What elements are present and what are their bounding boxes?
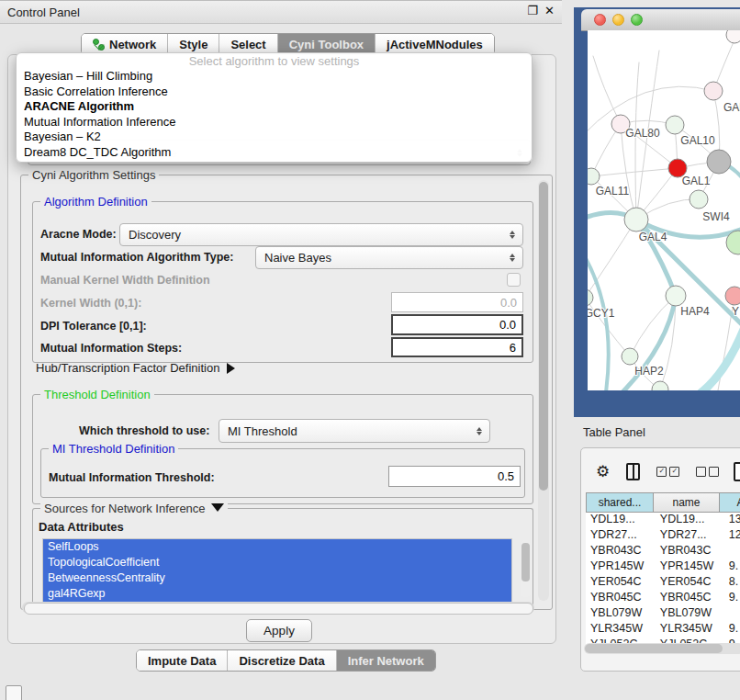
network-node[interactable] [666, 286, 686, 306]
table-cell: YBR043C [656, 544, 724, 559]
scrollbar-thumb[interactable] [24, 603, 533, 615]
hub-definition-expander[interactable]: Hub/Transcription Factor Definition [36, 361, 235, 375]
algorithm-option[interactable]: Dream8 DC_TDC Algorithm [17, 145, 532, 161]
mi-algorithm-type-select[interactable]: Naive Bayes [255, 246, 523, 269]
sources-group: Sources for Network Inference Data Attri… [32, 508, 533, 608]
which-threshold-select[interactable]: MI Threshold [219, 419, 490, 443]
algorithm-popup: Select algorithm to view settings Bayesi… [16, 52, 533, 163]
network-node[interactable] [707, 150, 731, 174]
mi-steps-field[interactable]: 6 [391, 337, 523, 357]
which-threshold-value: MI Threshold [219, 424, 473, 438]
data-attributes-list[interactable]: SelfLoopsTopologicalCoefficientBetweenne… [42, 538, 512, 603]
close-traffic-light-icon[interactable] [594, 14, 606, 26]
network-node[interactable] [666, 116, 684, 134]
table-row[interactable]: YPR145WYPR145W9. [586, 559, 740, 575]
network-node-label: GAL1 [682, 175, 711, 187]
dpi-tolerance-field[interactable]: 0.0 [391, 314, 523, 335]
network-edge[interactable] [591, 168, 678, 176]
table-horizontal-scrollbar[interactable] [584, 643, 740, 654]
network-node-label: GAL10 [680, 134, 715, 147]
column-layout-icon[interactable] [626, 463, 640, 480]
tab-select[interactable]: Select [219, 34, 277, 54]
tab-jactivemnodules[interactable]: jActiveMNodules [376, 34, 494, 54]
network-node[interactable] [652, 381, 668, 390]
network-edge[interactable] [588, 249, 609, 390]
tab-cyni-toolbox[interactable]: Cyni Toolbox [278, 34, 376, 54]
select-all-columns-icon[interactable]: ✓✓ [656, 467, 679, 477]
attribute-item[interactable]: SelfLoops [43, 539, 511, 555]
attributes-scrollbar[interactable] [521, 540, 531, 597]
table-cell [724, 544, 740, 559]
zoom-traffic-light-icon[interactable] [631, 14, 643, 26]
sources-title[interactable]: Sources for Network Inference [44, 502, 206, 515]
network-node[interactable] [704, 82, 723, 100]
algorithm-option[interactable]: Basic Correlation Inference [17, 85, 532, 100]
network-node[interactable] [588, 289, 593, 306]
mi-threshold-field[interactable]: 0.5 [388, 466, 521, 487]
table-cell: YPR145W [586, 559, 656, 575]
table-row[interactable]: YER054CYER054C8. [586, 575, 740, 591]
network-node[interactable] [622, 348, 638, 365]
aracne-mode-select[interactable]: Discovery [119, 223, 523, 246]
table-cell: YER054C [586, 575, 656, 591]
scrollbar-thumb[interactable] [539, 182, 548, 491]
mi-threshold-label: Mutual Information Threshold: [49, 471, 215, 484]
table-cell: 9. [724, 622, 740, 638]
new-table-icon[interactable] [734, 462, 740, 481]
table-row[interactable]: YBR043CYBR043C [586, 544, 740, 559]
gear-icon[interactable]: ⚙ [596, 462, 610, 481]
attribute-item[interactable]: gal4RGexp [43, 586, 511, 602]
table-panel-title: Table Panel [583, 425, 645, 439]
kernel-width-field[interactable]: 0.0 [391, 292, 523, 312]
network-edge[interactable] [588, 220, 636, 298]
settings-vertical-scrollbar[interactable] [538, 180, 549, 601]
table-row[interactable]: YDL19...YDL19...13 [586, 513, 740, 528]
network-node[interactable] [690, 190, 708, 209]
close-window-icon[interactable]: ✕ [544, 4, 555, 17]
dpi-tolerance-label: DPI Tolerance [0,1]: [40, 320, 147, 333]
attribute-item[interactable]: BetweennessCentrality [43, 570, 511, 586]
table-row[interactable]: YLR345WYLR345W9. [586, 622, 740, 638]
network-node[interactable] [624, 208, 648, 231]
network-node[interactable] [588, 168, 600, 185]
network-edge[interactable] [635, 62, 639, 220]
apply-button[interactable]: Apply [246, 619, 312, 642]
algorithm-option[interactable]: Bayesian – K2 [17, 130, 532, 145]
tab-infer-network[interactable]: Infer Network [337, 650, 435, 671]
network-node[interactable] [726, 30, 740, 43]
dpi-tolerance-value: 0.0 [499, 318, 516, 332]
manual-kernel-checkbox[interactable] [507, 273, 521, 287]
algorithm-option[interactable]: Bayesian – Hill Climbing [17, 69, 532, 85]
scrollbar-thumb[interactable] [585, 644, 723, 653]
column-header-name[interactable]: name [654, 492, 720, 513]
algorithm-definition-group: Algorithm Definition Aracne Mode: Discov… [32, 201, 533, 363]
tab-discretize-data[interactable]: Discretize Data [228, 650, 336, 671]
threshold-definition-title: Threshold Definition [40, 388, 154, 401]
network-canvas[interactable]: GALGAL80GAL10GAL1GAL11SWI4GAL4GCY1HAP4YH… [588, 30, 740, 390]
column-header-a[interactable]: A [720, 492, 740, 513]
deselect-all-columns-icon[interactable] [696, 467, 719, 477]
algorithm-option[interactable]: Mutual Information Inference [17, 115, 532, 130]
tab-style[interactable]: Style [168, 34, 219, 54]
network-view-window: GALGAL80GAL10GAL1GAL11SWI4GAL4GCY1HAP4YH… [574, 7, 740, 417]
table-cell: YDR27... [586, 528, 656, 544]
network-window-titlebar[interactable] [581, 9, 740, 31]
tab-discretize-data-label: Discretize Data [239, 654, 324, 668]
minimize-traffic-light-icon[interactable] [612, 14, 624, 26]
attribute-item[interactable]: TopologicalCoefficient [43, 555, 511, 570]
minimized-panel-icon[interactable] [6, 685, 22, 700]
table-row[interactable]: YDR27...YDR27...12 [586, 528, 740, 544]
settings-horizontal-scrollbar[interactable] [22, 602, 534, 614]
scrollbar-thumb[interactable] [521, 543, 530, 581]
which-threshold-label: Which threshold to use: [79, 424, 209, 437]
table-row[interactable]: YBL079WYBL079W [586, 606, 740, 622]
network-node[interactable] [725, 287, 740, 305]
tab-network[interactable]: Network [82, 34, 168, 54]
table-row[interactable]: YBR045CYBR045C9. [586, 591, 740, 606]
tab-impute-data[interactable]: Impute Data [137, 650, 228, 671]
column-header-shared-name[interactable]: shared... [586, 492, 654, 513]
control-panel-title: Control Panel [0, 6, 80, 19]
float-window-icon[interactable]: ❐ [527, 4, 538, 17]
algorithm-option[interactable]: ARACNE Algorithm [17, 99, 532, 115]
table-cell: YPR145W [656, 559, 724, 575]
